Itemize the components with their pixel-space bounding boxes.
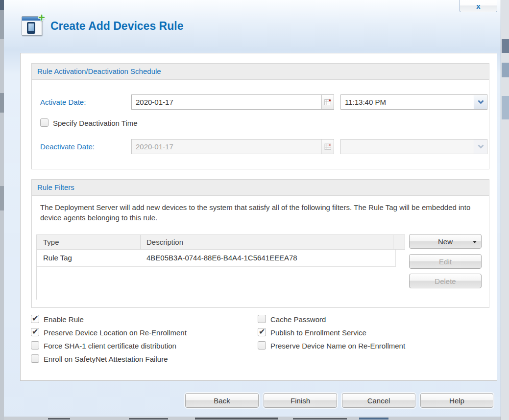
calendar-icon: [324, 143, 332, 150]
chevron-down-icon: [478, 100, 484, 104]
close-button[interactable]: x: [460, 0, 497, 12]
deactivate-time-combo: [340, 139, 487, 154]
checkbox-publish-enrollment[interactable]: [258, 328, 266, 336]
close-icon: x: [476, 2, 480, 10]
filter-table: Type Description Rule Tag 4BE05B3A-0744-…: [36, 234, 405, 300]
activate-date-label: Activate Date:: [40, 98, 86, 106]
calendar-icon: [324, 98, 332, 106]
checkbox-force-sha1[interactable]: [31, 341, 39, 350]
deactivate-date-field: [131, 139, 334, 154]
checkbox-cache-password[interactable]: [258, 315, 266, 323]
activate-date-calendar-button[interactable]: [321, 95, 334, 109]
schedule-section: Rule Activation/Deactivation Schedule Ac…: [31, 63, 489, 169]
chevron-down-icon: [478, 144, 484, 149]
deactivate-time-dropdown-button: [474, 140, 487, 154]
background-page-bottom: [4, 417, 501, 420]
cell-type: Rule Tag: [37, 250, 141, 266]
edit-button: Edit: [409, 254, 482, 269]
screen: x + Create Add Devices Rule Rule Activat…: [0, 0, 509, 420]
column-header-type: Type: [37, 235, 141, 249]
cell-description: 4BE05B3A-0744-88E6-B4A4-1C5641EEEA78: [141, 250, 395, 266]
label-force-sha1: Force SHA-1 client certificate distribut…: [44, 342, 176, 350]
column-header-spacer: [393, 235, 405, 249]
checkbox-enable-rule[interactable]: [31, 315, 39, 323]
label-publish-enrollment: Publish to Enrollment Service: [270, 328, 366, 337]
specify-deactivation-checkbox[interactable]: [40, 118, 48, 127]
checkbox-enroll-safetynet[interactable]: [31, 354, 39, 363]
checkbox-preserve-device-location[interactable]: [31, 328, 39, 336]
dropdown-arrow-icon: [473, 241, 477, 243]
deactivate-time-input: [341, 140, 474, 154]
delete-button: Delete: [409, 274, 482, 288]
label-preserve-device-location: Preserve Device Location on Re-Enrollmen…: [44, 328, 187, 337]
activate-time-combo: [340, 94, 487, 110]
label-enroll-safetynet: Enroll on SafetyNet Attestation Failure: [44, 355, 168, 363]
deactivate-date-input: [132, 140, 321, 154]
label-cache-password: Cache Password: [270, 315, 326, 324]
label-preserve-device-name: Preserve Device Name on Re-Enrollment: [270, 342, 405, 350]
activate-date-input[interactable]: [132, 95, 321, 109]
column-header-description: Description: [141, 235, 393, 249]
filters-section-header: Rule Filters: [32, 180, 489, 196]
create-add-devices-rule-dialog: x + Create Add Devices Rule Rule Activat…: [4, 0, 501, 417]
background-page-left: [0, 0, 4, 420]
schedule-section-header: Rule Activation/Deactivation Schedule: [32, 64, 489, 80]
label-enable-rule: Enable Rule: [44, 315, 84, 324]
new-button[interactable]: New: [409, 234, 482, 249]
background-page-right: [501, 0, 509, 420]
activate-time-dropdown-button[interactable]: [474, 95, 487, 109]
back-button[interactable]: Back: [185, 393, 259, 408]
cancel-button[interactable]: Cancel: [342, 393, 415, 408]
table-row[interactable]: Rule Tag 4BE05B3A-0744-88E6-B4A4-1C5641E…: [37, 250, 396, 267]
add-device-icon: +: [22, 13, 45, 37]
activate-date-field: [131, 94, 334, 110]
filters-section: Rule Filters The Deployment Server will …: [31, 179, 489, 308]
page-title: Create Add Devices Rule: [50, 20, 183, 33]
activate-time-input[interactable]: [341, 95, 474, 109]
filters-description: The Deployment Server will add new devic…: [40, 202, 480, 223]
specify-deactivation-label: Specify Deactivation Time: [53, 119, 138, 127]
finish-button[interactable]: Finish: [264, 393, 337, 408]
checkbox-preserve-device-name[interactable]: [258, 341, 266, 350]
help-button[interactable]: Help: [420, 393, 493, 408]
deactivate-date-label: Deactivate Date:: [40, 142, 95, 151]
deactivate-date-calendar-button: [321, 140, 334, 154]
filter-table-header: Type Description: [37, 234, 405, 250]
